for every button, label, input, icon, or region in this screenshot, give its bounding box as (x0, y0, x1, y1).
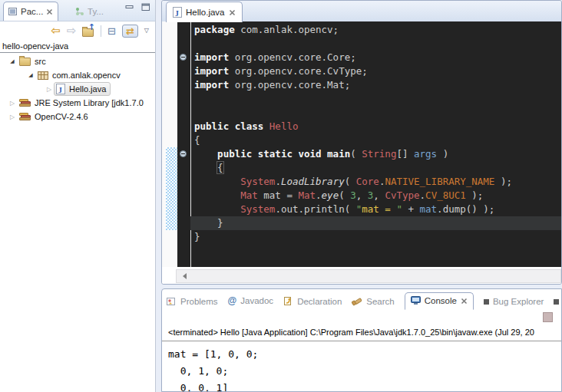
code-line-1[interactable]: package com.anlak.opencv; (194, 23, 561, 37)
code-line-9[interactable]: { (194, 133, 561, 147)
package-explorer-toolbar: ⇦ ⇨ ↑ ⊟ ⇄ ▽ (0, 21, 155, 40)
tab-search[interactable]: Search (352, 297, 394, 310)
fold-collapse-icon[interactable] (180, 54, 187, 61)
code-line-7[interactable] (194, 106, 561, 120)
javadoc-icon: @ (228, 295, 237, 306)
java-file-icon: J (56, 84, 65, 94)
tree-item-com-anlak-opencv[interactable]: ◢com.anlak.opencv (0, 68, 155, 82)
divider (0, 52, 155, 53)
console-output[interactable]: mat = [1, 0, 0; 0, 1, 0; 0, 0, 1] (168, 346, 258, 392)
expand-arrow-icon[interactable]: ▷ (8, 100, 17, 107)
tab-problems[interactable]: Problems (167, 297, 218, 310)
horizontal-scrollbar[interactable] (162, 267, 561, 284)
library-icon (19, 113, 31, 121)
tree-item-content[interactable]: JHello.java (54, 82, 111, 96)
package-folder-icon (19, 58, 31, 66)
tree-item-src[interactable]: ◢src (0, 54, 155, 68)
tree-item-content[interactable]: com.anlak.opencv (35, 68, 125, 82)
search-icon (352, 297, 362, 306)
forward-icon[interactable]: ⇨ (66, 25, 76, 37)
gutter-separator (190, 21, 191, 267)
package-tree: ◢src◢com.anlak.opencv▷JHello.java▷JRE Sy… (0, 54, 155, 124)
library-icon (19, 99, 31, 107)
tab-label: Search (366, 297, 394, 306)
tree-item-label: OpenCV-2.4.6 (35, 112, 88, 121)
tab-label: Problems (180, 297, 218, 306)
tab-label: Pac... (21, 7, 43, 16)
back-icon[interactable]: ⇦ (51, 25, 61, 37)
maximize-icon[interactable] (141, 3, 150, 12)
tab-label: Console (425, 296, 457, 305)
code-line-12[interactable]: System.LoadLibrary( Core.NATIVE_LIBRARY_… (194, 175, 561, 189)
view-window-buttons (125, 3, 150, 12)
collapse-all-icon[interactable]: ⊟ (107, 26, 116, 36)
code-line-3[interactable]: import org.opencv.core.Core; (194, 51, 561, 64)
tree-item-label: src (35, 57, 46, 66)
terminate-button[interactable] (543, 312, 553, 322)
close-icon[interactable] (461, 298, 468, 305)
tab-label: Javadoc (240, 296, 273, 305)
editor-tab-hello-java[interactable]: J Hello.java (166, 2, 243, 22)
editor-tab-label: Hello.java (186, 8, 225, 17)
scroll-left-arrow-icon[interactable] (180, 273, 187, 279)
link-with-editor-icon[interactable]: ⇄ (122, 25, 138, 38)
code-line-16[interactable]: } (194, 230, 561, 244)
code-line-10[interactable]: public static void main( String[] args ) (194, 147, 561, 161)
tab-bug-explorer[interactable]: Bug Explorer (484, 297, 544, 310)
annotation-ruler[interactable] (162, 21, 177, 267)
code-area[interactable]: package com.anlak.opencv;import org.open… (177, 21, 561, 267)
expand-arrow-icon[interactable]: ▷ (8, 114, 17, 120)
code-line-15[interactable]: } (190, 216, 561, 230)
tree-item-label: JRE System Library [jdk1.7.0 (35, 98, 144, 107)
fold-collapse-icon[interactable] (180, 150, 187, 157)
tab-label: Ty... (88, 7, 104, 16)
tree-item-content[interactable]: JRE System Library [jdk1.7.0 (17, 96, 148, 110)
tree-item-label: Hello.java (69, 84, 106, 94)
tab-javadoc[interactable]: @ Javadoc (228, 295, 274, 310)
tree-item-content[interactable]: src (17, 54, 51, 68)
tree-item-content[interactable]: OpenCV-2.4.6 (17, 110, 93, 124)
code-line-8[interactable]: public class Hello (194, 120, 561, 133)
go-up-icon[interactable]: ↑ (82, 25, 94, 36)
code-line-13[interactable]: Mat mat = Mat.eye( 3, 3, CvType.CV_8UC1 … (194, 189, 561, 203)
tab-console[interactable]: Console (405, 292, 474, 310)
editor-panel: J Hello.java package com.anlak.opencv;im… (161, 0, 562, 285)
collapse-arrow-icon[interactable]: ◢ (26, 72, 35, 78)
scrollbar-track[interactable] (176, 269, 561, 283)
tab-declaration[interactable]: Declaration (283, 297, 342, 310)
tree-item-jre-system-library-jdk1-7-0[interactable]: ▷JRE System Library [jdk1.7.0 (0, 96, 155, 110)
tab-bug[interactable]: Bug (554, 297, 561, 310)
tab-label: Bug Explorer (493, 297, 544, 306)
toolbar-separator (101, 25, 101, 37)
code-line-5[interactable]: import org.opencv.core.Mat; (194, 78, 561, 92)
console-icon (411, 296, 421, 305)
bottom-tab-bar: Problems @ Javadoc Declaration Sear (162, 289, 561, 310)
project-root-label[interactable]: hello-opencv-java (0, 40, 155, 51)
code-line-2[interactable] (194, 37, 561, 51)
collapse-arrow-icon[interactable]: ◢ (8, 58, 17, 64)
code-text[interactable]: package com.anlak.opencv;import org.open… (194, 23, 561, 244)
tab-package-explorer[interactable]: Pac... (3, 2, 58, 21)
package-icon (38, 71, 48, 80)
bug-explorer-icon (484, 299, 489, 305)
tree-item-opencv-2-4-6[interactable]: ▷OpenCV-2.4.6 (0, 110, 155, 124)
package-explorer-header: Pac... Ty... (0, 0, 155, 21)
view-menu-icon[interactable]: ▽ (144, 28, 149, 34)
code-line-11[interactable]: { (194, 161, 561, 175)
expand-arrow-icon[interactable]: ▷ (45, 86, 54, 93)
range-indicator (166, 147, 177, 230)
code-line-4[interactable]: import org.opencv.core.CvType; (194, 64, 561, 78)
close-icon[interactable] (46, 8, 53, 15)
close-icon[interactable] (229, 9, 236, 16)
tree-item-hello-java[interactable]: ▷JHello.java (0, 82, 155, 96)
code-line-6[interactable] (194, 92, 561, 106)
console-output-line: 0, 0, 1] (168, 380, 258, 392)
minimize-icon[interactable] (125, 3, 134, 12)
console-output-line: 0, 1, 0; (168, 363, 258, 380)
tab-type-hierarchy[interactable]: Ty... (71, 2, 108, 21)
editor-tab-bar: J Hello.java (162, 1, 561, 22)
eclipse-window: Pac... Ty... (0, 0, 562, 392)
problems-icon (167, 297, 177, 306)
code-line-14[interactable]: System.out.println( "mat = " + mat.dump(… (194, 203, 561, 216)
console-output-line: mat = [1, 0, 0; (168, 346, 258, 363)
